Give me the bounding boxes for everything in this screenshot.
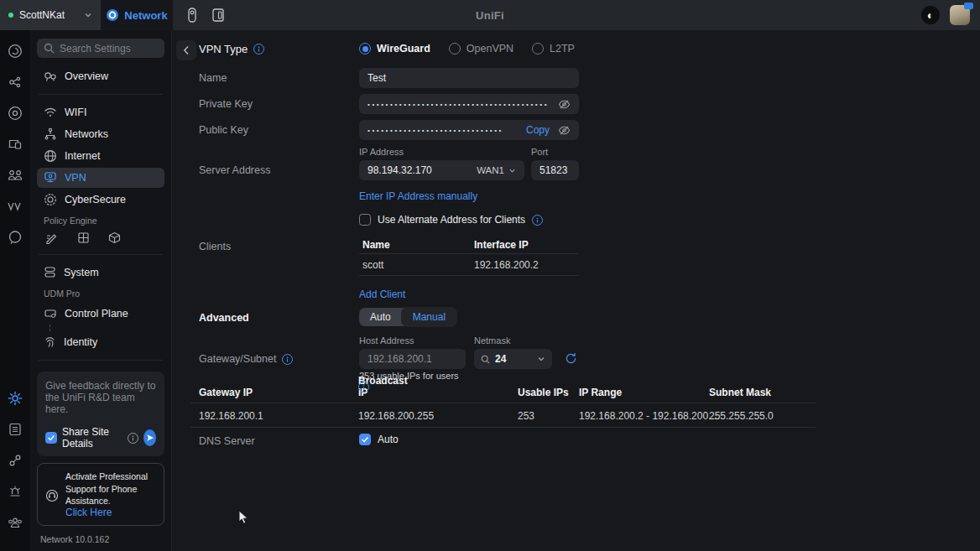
port-field[interactable]: 51823 — [531, 160, 579, 180]
clients-label: Clients — [199, 241, 231, 252]
support-headset-icon — [45, 472, 59, 518]
send-feedback-button[interactable] — [143, 429, 156, 446]
device-section-label: UDM Pro — [44, 288, 164, 299]
name-label: Name — [199, 72, 227, 84]
dashboard-icon[interactable] — [4, 40, 26, 62]
unifi-network-icon — [106, 8, 119, 22]
avatar[interactable] — [950, 5, 970, 25]
overview-icon — [44, 70, 57, 83]
share-site-label: Share Site Details — [62, 426, 122, 450]
policy-engine-label: Policy Engine — [44, 216, 164, 226]
name-field[interactable] — [359, 68, 579, 88]
sidebar-item-vpn[interactable]: VPN — [37, 168, 164, 188]
name-input[interactable] — [368, 72, 571, 84]
sidebar-item-label: WIFI — [65, 107, 86, 118]
site-name: ScottNKat — [19, 9, 78, 21]
private-key-field[interactable]: •••••••••••••••••••••••••••••••••••••••• — [359, 94, 579, 114]
radio-openvpn[interactable]: OpenVPN — [449, 43, 513, 55]
sidebar-item-cybersecure[interactable]: CyberSecure — [37, 190, 164, 210]
insights-icon[interactable] — [4, 195, 26, 217]
back-button[interactable] — [176, 40, 196, 60]
search-icon — [44, 43, 55, 54]
radio-l2tp[interactable]: L2TP — [532, 43, 575, 55]
public-key-mask: •••••••••••••••••••••••••••••• — [368, 127, 518, 134]
sidebar-item-identity[interactable]: Identity — [37, 332, 164, 352]
support-click-here-link[interactable]: Click Here — [65, 507, 156, 518]
divider — [39, 94, 163, 95]
sidebar-item-internet[interactable]: Internet — [37, 146, 164, 166]
wan-selector[interactable]: WAN1 — [477, 165, 516, 175]
enter-ip-manually-link[interactable]: Enter IP Address manually — [359, 190, 477, 202]
copy-public-key-link[interactable]: Copy — [526, 124, 550, 136]
theme-toggle-icon[interactable]: ◐ — [921, 6, 940, 24]
share-site-info-icon[interactable] — [128, 433, 138, 444]
netmask-select[interactable]: 24 — [474, 349, 552, 369]
vpn-settings-panel: VPN Type WireGuard OpenVPN L2TP Name Pri… — [172, 30, 980, 551]
alternate-address-info-icon[interactable] — [532, 215, 543, 226]
wifiman-icon[interactable] — [4, 226, 26, 248]
netmask-value: 24 — [495, 353, 506, 365]
server-ip-value: 98.194.32.170 — [368, 164, 477, 176]
vpn-type-label: VPN Type — [199, 43, 248, 55]
tab-network-label: Network — [124, 9, 167, 22]
server-ip-field[interactable]: 98.194.32.170 WAN1 — [359, 160, 524, 180]
eye-off-icon[interactable] — [558, 125, 571, 136]
internet-globe-icon — [44, 149, 57, 163]
gateway-subnet-info-icon[interactable] — [282, 354, 293, 365]
toggle-auto[interactable]: Auto — [359, 308, 402, 326]
policy-objects-cube-icon[interactable] — [108, 231, 121, 244]
radio-wireguard[interactable]: WireGuard — [359, 43, 430, 55]
gateway-subnet-label: Gateway/Subnet — [199, 353, 276, 365]
radios-icon[interactable] — [4, 102, 26, 124]
policy-table-grid-icon[interactable] — [77, 231, 90, 244]
dns-auto-checkbox[interactable] — [359, 434, 371, 445]
sidebar-item-control-plane[interactable]: Control Plane — [37, 304, 164, 324]
search-settings-input[interactable] — [60, 43, 158, 55]
vpn-icon — [44, 171, 57, 184]
access-app-icon[interactable] — [211, 8, 225, 23]
admins-icon[interactable] — [4, 512, 26, 533]
sidebar-item-overview[interactable]: Overview — [37, 66, 164, 86]
sidebar-item-system[interactable]: System — [37, 263, 164, 283]
sidebar-item-wifi[interactable]: WIFI — [37, 102, 164, 122]
broadcast-ip-info-icon[interactable] — [358, 382, 369, 392]
subnet-table-row: 192.168.200.1 192.168.200.255 253 192.16… — [190, 403, 816, 428]
notifications-siren-icon[interactable] — [4, 481, 26, 502]
sidebar-item-label: Internet — [65, 150, 100, 162]
vpn-type-info-icon[interactable] — [253, 44, 264, 55]
support-banner: Activate Professional Support for Phone … — [37, 463, 164, 526]
port-value: 51823 — [540, 164, 567, 176]
devices-icon[interactable] — [4, 133, 26, 155]
toggle-manual[interactable]: Manual — [402, 308, 456, 326]
site-switcher[interactable]: ScottNKat — [0, 0, 101, 30]
search-settings-box[interactable] — [37, 39, 164, 58]
feedback-textarea[interactable] — [45, 380, 156, 418]
clients-table-row[interactable]: scott 192.168.200.2 — [359, 254, 579, 276]
icon-rail — [0, 30, 30, 551]
share-site-checkbox[interactable] — [45, 432, 57, 444]
chevron-down-icon — [537, 355, 545, 363]
eye-off-icon[interactable] — [558, 99, 571, 110]
policy-rules-pen-icon[interactable] — [45, 231, 59, 244]
tab-network[interactable]: Network — [101, 0, 173, 30]
add-client-link[interactable]: Add Client — [359, 288, 405, 300]
host-address-input[interactable] — [368, 353, 457, 365]
protect-app-icon[interactable] — [186, 8, 198, 23]
settings-gear-icon[interactable] — [4, 387, 26, 409]
refresh-subnet-icon[interactable] — [565, 352, 577, 365]
private-key-mask: •••••••••••••••••••••••••••••••••••••••• — [368, 101, 558, 108]
radio-circle — [449, 43, 461, 55]
host-address-field[interactable] — [359, 349, 466, 369]
subnet-table-header: Gateway IP Broadcast IP Usable IPs IP Ra… — [190, 387, 816, 403]
sidebar-item-networks[interactable]: Networks — [37, 124, 164, 144]
integrations-icon[interactable] — [4, 450, 26, 471]
alternate-address-checkbox[interactable] — [359, 214, 371, 226]
topbar-right: ◐ — [921, 5, 980, 25]
system-log-icon[interactable] — [4, 418, 26, 440]
topbar-app-icons — [186, 8, 225, 23]
public-key-field[interactable]: •••••••••••••••••••••••••••••• Copy — [359, 120, 579, 140]
app-version: Network 10.0.162 — [40, 534, 164, 544]
clients-icon[interactable] — [4, 164, 26, 186]
tree-connector — [50, 325, 164, 331]
topology-icon[interactable] — [4, 71, 26, 93]
